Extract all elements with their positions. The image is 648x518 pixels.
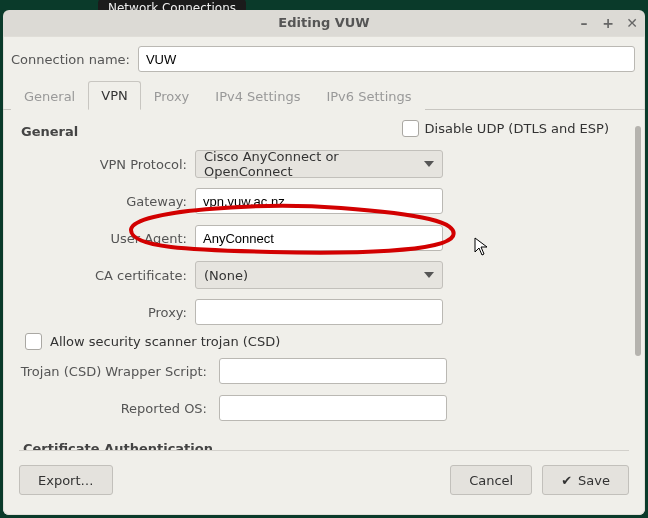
disable-udp-checkbox[interactable] — [402, 120, 419, 137]
csd-wrapper-label: Trojan (CSD) Wrapper Script: — [19, 364, 219, 379]
proxy-label: Proxy: — [19, 305, 195, 320]
check-icon: ✔ — [561, 473, 572, 488]
tab-vpn[interactable]: VPN — [88, 81, 140, 110]
tab-bar: General VPN Proxy IPv4 Settings IPv6 Set… — [3, 80, 645, 110]
ca-cert-value: (None) — [204, 268, 248, 283]
connection-name-label: Connection name: — [11, 52, 130, 67]
connection-name-input[interactable] — [138, 46, 635, 72]
save-button-label: Save — [578, 473, 610, 488]
proxy-input[interactable] — [195, 299, 443, 325]
save-button[interactable]: ✔ Save — [542, 465, 629, 495]
disable-udp-label: Disable UDP (DTLS and ESP) — [425, 121, 609, 136]
user-agent-label: User Agent: — [19, 231, 195, 246]
section-cert-heading: Certificate Authentication — [23, 441, 619, 450]
titlebar: Editing VUW – + ✕ — [3, 10, 645, 37]
pane-scrollbar[interactable] — [635, 126, 641, 436]
ca-cert-combo[interactable]: (None) — [195, 261, 443, 289]
cancel-button[interactable]: Cancel — [450, 465, 532, 495]
vpn-protocol-combo[interactable]: Cisco AnyConnect or OpenConnect — [195, 150, 443, 178]
user-agent-input[interactable] — [195, 225, 443, 251]
window-title: Editing VUW — [278, 15, 369, 30]
allow-csd-label: Allow security scanner trojan (CSD) — [50, 334, 280, 349]
ca-cert-label: CA certificate: — [19, 268, 195, 283]
reported-os-input[interactable] — [219, 395, 447, 421]
gateway-label: Gateway: — [19, 194, 195, 209]
scroll-thumb[interactable] — [635, 126, 641, 356]
reported-os-label: Reported OS: — [19, 401, 219, 416]
close-button[interactable]: ✕ — [625, 10, 639, 36]
tab-proxy[interactable]: Proxy — [141, 82, 203, 110]
chevron-down-icon — [424, 161, 434, 167]
tab-ipv4[interactable]: IPv4 Settings — [202, 82, 313, 110]
tab-ipv6[interactable]: IPv6 Settings — [313, 82, 424, 110]
chevron-down-icon — [424, 272, 434, 278]
csd-wrapper-input[interactable] — [219, 358, 447, 384]
gateway-input[interactable] — [195, 188, 443, 214]
vpn-protocol-label: VPN Protocol: — [19, 157, 195, 172]
tab-general[interactable]: General — [11, 82, 88, 110]
maximize-button[interactable]: + — [601, 10, 615, 36]
minimize-button[interactable]: – — [577, 10, 591, 36]
allow-csd-checkbox[interactable] — [25, 333, 42, 350]
vpn-protocol-value: Cisco AnyConnect or OpenConnect — [204, 149, 424, 179]
export-button[interactable]: Export… — [19, 465, 113, 495]
